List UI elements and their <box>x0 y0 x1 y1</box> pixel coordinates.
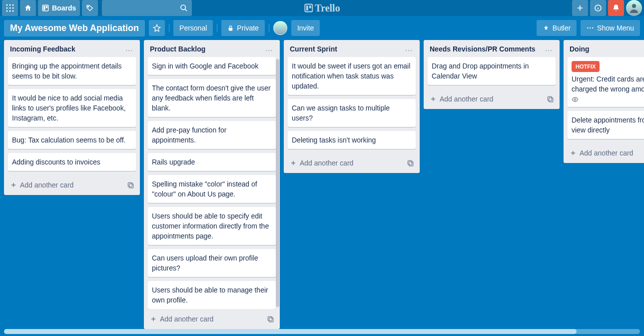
show-menu-button[interactable]: ··· Show Menu <box>581 20 640 36</box>
list-menu-button[interactable]: ··· <box>262 45 276 55</box>
scrollbar-thumb[interactable] <box>4 329 577 334</box>
create-from-template-button[interactable] <box>125 180 136 190</box>
home-icon <box>24 4 32 12</box>
plus-icon <box>10 182 17 188</box>
svg-point-12 <box>88 6 89 7</box>
template-icon <box>267 316 274 322</box>
card[interactable]: Delete appointments from Calendar view d… <box>568 111 644 139</box>
card[interactable]: Users should be able to manage their own… <box>148 281 276 309</box>
card[interactable]: Add pre-pay function for appointments. <box>148 121 276 149</box>
home-button[interactable] <box>20 0 36 16</box>
card-text: Rails upgrade <box>152 158 195 166</box>
card[interactable]: Users should be able to specify edit cus… <box>148 207 276 245</box>
plus-icon <box>430 96 437 102</box>
star-button[interactable] <box>149 20 165 36</box>
card[interactable]: Drag and Drop appointments in Calendar V… <box>428 57 556 85</box>
create-from-template-button[interactable] <box>265 314 276 324</box>
create-from-template-button[interactable] <box>405 158 416 168</box>
add-card-button[interactable]: Add another card <box>568 147 644 159</box>
card-text: The contact form doesn't give the user a… <box>152 84 271 112</box>
card[interactable]: Rails upgrade <box>148 153 276 171</box>
create-from-template-button[interactable] <box>545 94 556 104</box>
add-card-button[interactable]: Add another card <box>288 157 402 169</box>
card-text: Delete appointments from Calendar view d… <box>572 116 644 134</box>
card[interactable]: Adding discounts to invoices <box>8 153 136 171</box>
workspace-button[interactable]: Personal <box>173 20 213 36</box>
card[interactable]: Deleting tasks isn't working <box>288 131 416 149</box>
ellipsis-icon: ··· <box>545 46 553 54</box>
card-text: Users should be able to manage their own… <box>152 286 268 304</box>
board-member-avatar[interactable] <box>273 21 287 35</box>
template-icon <box>127 182 134 188</box>
svg-rect-14 <box>305 4 312 12</box>
list-title[interactable]: Incoming Feedback <box>10 45 120 53</box>
card[interactable]: The contact form doesn't give the user a… <box>148 79 276 117</box>
list-title[interactable]: Current Sprint <box>290 45 400 53</box>
card[interactable]: Sign in with Google and Facebook <box>148 57 276 75</box>
add-card-button[interactable]: Add another card <box>8 179 122 191</box>
svg-rect-11 <box>46 6 48 8</box>
card-text: Urgent: Credit cards are getting charged… <box>572 75 644 93</box>
svg-point-3 <box>6 8 8 9</box>
card-text: Bug: Tax calculation seems to be off. <box>12 136 126 144</box>
boards-button[interactable]: Boards <box>38 0 80 16</box>
svg-rect-27 <box>549 98 553 102</box>
list: Current Sprint···It would be sweet if us… <box>284 40 420 173</box>
template-icon <box>547 96 554 102</box>
plus-icon <box>150 316 157 322</box>
horizontal-scrollbar[interactable] <box>4 329 640 334</box>
info-button[interactable] <box>590 0 606 16</box>
list-title[interactable]: Product Backlog <box>150 45 260 53</box>
card[interactable]: It would be sweet if users got an email … <box>288 57 416 95</box>
svg-point-7 <box>9 10 11 12</box>
tag-button[interactable] <box>82 0 98 16</box>
list-menu-button[interactable]: ··· <box>542 45 556 55</box>
lock-icon <box>227 25 234 32</box>
card-text: Add pre-pay function for appointments. <box>152 126 226 144</box>
search-input[interactable] <box>102 0 192 16</box>
notifications-button[interactable] <box>608 0 624 16</box>
show-menu-label: Show Menu <box>597 24 634 32</box>
list-menu-button[interactable]: ··· <box>402 45 416 55</box>
invite-button[interactable]: Invite <box>291 20 320 36</box>
card-text: It would be sweet if users got an email … <box>292 62 410 90</box>
list: Product Backlog···Sign in with Google an… <box>144 40 280 329</box>
trello-logo[interactable]: Trello <box>304 2 340 14</box>
add-card-label: Add another card <box>300 159 353 167</box>
svg-point-6 <box>6 10 8 12</box>
bell-icon <box>612 4 620 12</box>
plus-icon <box>576 4 584 12</box>
svg-rect-24 <box>408 160 412 164</box>
ellipsis-icon: ··· <box>125 46 133 54</box>
add-card-button[interactable]: Add another card <box>428 93 542 105</box>
user-avatar[interactable] <box>626 0 642 16</box>
card[interactable]: Bug: Tax calculation seems to be off. <box>8 131 136 149</box>
butler-label: Butler <box>553 24 571 32</box>
card[interactable]: It would be nice to add social media lin… <box>8 89 136 127</box>
apps-button[interactable] <box>2 0 18 16</box>
tag-icon <box>86 4 94 12</box>
invite-label: Invite <box>297 24 314 32</box>
svg-rect-20 <box>128 182 132 186</box>
card[interactable]: Can we assign tasks to multiple users? <box>288 99 416 127</box>
card[interactable]: Spelling mistake "color" instead of "col… <box>148 175 276 203</box>
card[interactable]: HOTFIXUrgent: Credit cards are getting c… <box>568 57 644 107</box>
list-footer: Add another card <box>424 89 560 109</box>
list-title[interactable]: Doing <box>570 45 644 53</box>
add-card-button[interactable]: Add another card <box>148 313 262 325</box>
list-title[interactable]: Needs Revisions/PR Comments <box>430 45 540 53</box>
board-canvas[interactable]: Incoming Feedback···Bringing up the appo… <box>0 40 644 329</box>
create-button[interactable] <box>572 0 588 16</box>
list-header: Needs Revisions/PR Comments··· <box>424 40 560 57</box>
list-header: Current Sprint··· <box>284 40 420 57</box>
visibility-button[interactable]: Private <box>221 20 265 36</box>
board-name[interactable]: My Awesome Web Application <box>4 20 145 36</box>
list-menu-button[interactable]: ··· <box>122 45 136 55</box>
butler-button[interactable]: Butler <box>537 20 577 36</box>
svg-rect-26 <box>548 96 552 100</box>
plus-icon <box>290 160 297 166</box>
card[interactable]: Bringing up the appointment details seem… <box>8 57 136 85</box>
ellipsis-icon: ··· <box>587 24 594 32</box>
card-text: Spelling mistake "color" instead of "col… <box>152 180 257 198</box>
card[interactable]: Can users upload their own profile pictu… <box>148 249 276 277</box>
